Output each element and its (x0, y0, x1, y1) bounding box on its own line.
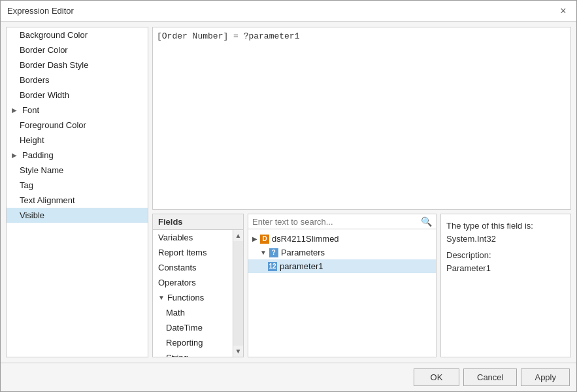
fields-header: Fields (153, 214, 243, 230)
footer: OK Cancel Apply (1, 363, 576, 391)
left-panel-item[interactable]: Borders (7, 73, 148, 88)
dialog-title: Expression Editor (7, 6, 74, 16)
scrollbar-up-arrow[interactable]: ▲ (233, 230, 243, 241)
tree-item-label: Parameters (281, 248, 325, 257)
left-panel-item-label: Font (22, 105, 39, 115)
fields-list-item[interactable]: Variables (153, 230, 233, 245)
fields-item-label: Variables (158, 233, 193, 242)
fields-item-label: Functions (167, 293, 204, 302)
search-bar: 🔍 (248, 214, 436, 229)
scrollbar-down-arrow[interactable]: ▼ (233, 346, 243, 357)
fields-item-label: Constants (158, 263, 197, 272)
fields-item-label: String (166, 353, 188, 357)
bottom-area: Fields VariablesReport ItemsConstantsOpe… (152, 214, 571, 357)
right-area: [Order Number] = ?parameter1 Fields Vari… (152, 27, 571, 357)
tree-list: ▶DdsR4211Slimmed▼?Parameters12parameter1 (248, 229, 436, 357)
desc-text: Description: Parameter1 (446, 249, 565, 274)
tree-panel: 🔍 ▶DdsR4211Slimmed▼?Parameters12paramete… (248, 214, 437, 357)
left-panel-item-label: Padding (22, 150, 54, 160)
expand-arrow-icon: ▶ (12, 152, 17, 159)
left-panel-item-label: Text Alignment (20, 195, 75, 205)
left-panel-item[interactable]: ▶Font (7, 103, 148, 118)
left-panel-item-label: Borders (20, 75, 50, 85)
fields-list: VariablesReport ItemsConstantsOperators▼… (153, 230, 233, 357)
fields-list-item[interactable]: Report Items (153, 245, 233, 260)
fields-scrollbar[interactable]: ▲ ▼ (233, 230, 243, 357)
fields-item-label: Operators (158, 278, 196, 287)
left-panel-item-label: Height (20, 135, 44, 145)
search-icon: 🔍 (421, 216, 432, 227)
fields-item-label: DateTime (166, 323, 203, 333)
left-panel-item[interactable]: Border Dash Style (7, 57, 148, 73)
left-panel-item-label: Tag (20, 180, 33, 190)
fields-list-item[interactable]: Reporting (153, 335, 233, 350)
left-panel-item[interactable]: Foreground Color (7, 118, 148, 133)
left-panel-item[interactable]: Tag (7, 178, 148, 193)
left-panel-item-label: Border Dash Style (20, 60, 89, 70)
fields-list-item[interactable]: Operators (153, 275, 233, 290)
tree-item-icon: D (260, 235, 269, 244)
left-panel-item[interactable]: Border Width (7, 88, 148, 103)
left-panel-item-label: Background Color (20, 30, 88, 40)
fields-list-item[interactable]: String (153, 350, 233, 357)
left-panel-item[interactable]: Background Color (7, 27, 148, 42)
expr-field: Order Number (162, 31, 223, 41)
fields-list-item[interactable]: ▼Functions (153, 290, 233, 305)
left-panel-item[interactable]: Style Name (7, 163, 148, 178)
tree-item[interactable]: ▶DdsR4211Slimmed (248, 232, 436, 246)
cancel-button[interactable]: Cancel (463, 368, 517, 386)
title-bar: Expression Editor × (1, 1, 576, 22)
tree-expand-arrow-icon: ▶ (252, 235, 257, 242)
left-panel-item[interactable]: Visible (7, 208, 148, 223)
fields-list-item[interactable]: DateTime (153, 320, 233, 335)
tree-expand-arrow-icon: ▼ (260, 249, 267, 256)
left-panel-item[interactable]: Height (7, 133, 148, 148)
left-panel-item-label: Style Name (20, 165, 63, 175)
expr-bracket-open: [ (157, 31, 162, 41)
search-input[interactable] (252, 217, 418, 227)
tree-item[interactable]: ▼?Parameters (248, 246, 436, 259)
fields-list-item[interactable]: Constants (153, 260, 233, 275)
tree-item[interactable]: 12parameter1 (248, 259, 436, 273)
tree-item-icon: ? (269, 248, 278, 257)
ok-button[interactable]: OK (414, 368, 459, 386)
left-panel-item-label: Visible (20, 210, 44, 220)
main-content: Background ColorBorder ColorBorder Dash … (1, 22, 576, 363)
fields-panel: Fields VariablesReport ItemsConstantsOpe… (152, 214, 244, 357)
fields-list-item[interactable]: Math (153, 305, 233, 320)
expand-arrow-icon: ▶ (12, 106, 17, 114)
fields-item-label: Math (166, 308, 185, 318)
fields-item-label: Reporting (166, 338, 203, 348)
expression-editor[interactable]: [Order Number] = ?parameter1 (152, 27, 571, 210)
expr-operator: = ?parameter1 (228, 31, 299, 41)
expression-editor-dialog: Expression Editor × Background ColorBord… (0, 0, 577, 392)
close-button[interactable]: × (557, 5, 570, 18)
tree-item-label: dsR4211Slimmed (272, 234, 339, 244)
tree-item-label: parameter1 (280, 261, 323, 271)
info-panel: The type of this field is: System.Int32 … (440, 214, 571, 357)
left-panel-item[interactable]: Border Color (7, 42, 148, 57)
fields-item-label: Report Items (158, 248, 206, 257)
left-panel-item[interactable]: Text Alignment (7, 193, 148, 208)
fields-expand-arrow-icon: ▼ (158, 294, 165, 301)
left-panel-item-label: Foreground Color (20, 120, 86, 130)
left-panel-item-label: Border Width (20, 90, 69, 100)
scrollbar-track (233, 241, 243, 346)
left-panel-item[interactable]: ▶Padding (7, 148, 148, 163)
type-text: The type of this field is: System.Int32 (446, 220, 565, 245)
apply-button[interactable]: Apply (521, 368, 570, 386)
left-panel: Background ColorBorder ColorBorder Dash … (6, 27, 148, 357)
tree-item-icon: 12 (268, 262, 277, 271)
left-panel-item-label: Border Color (20, 45, 68, 55)
